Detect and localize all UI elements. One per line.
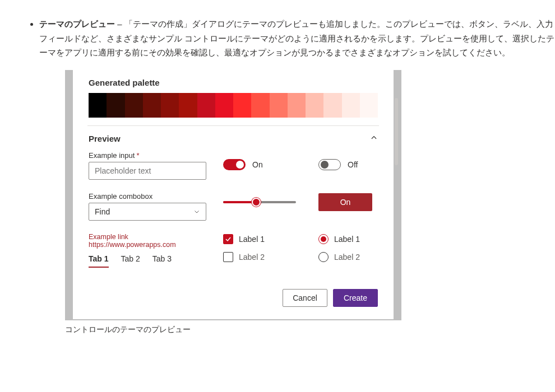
on-button[interactable]: On bbox=[318, 193, 372, 211]
checkbox-row: Label 2 bbox=[223, 252, 307, 262]
dialog-frame: Generated palette Preview Exampl bbox=[65, 70, 401, 320]
tab-3[interactable]: Tab 3 bbox=[152, 254, 172, 268]
example-combobox[interactable]: Find bbox=[89, 203, 206, 221]
radio-row: Label 1 bbox=[318, 234, 391, 244]
palette-swatch bbox=[270, 93, 288, 118]
figure-caption: コントロールのテーマのプレビュー bbox=[65, 325, 555, 335]
toggle-off[interactable] bbox=[318, 159, 341, 170]
example-combobox-field: Example combobox Find bbox=[89, 192, 212, 221]
toggle-off-row: Off bbox=[318, 151, 391, 169]
palette-swatch bbox=[342, 93, 360, 118]
radio-label: Label 1 bbox=[334, 235, 360, 244]
chevron-up-icon[interactable] bbox=[370, 134, 378, 143]
radio-label: Label 2 bbox=[334, 253, 360, 262]
generated-palette bbox=[89, 93, 378, 118]
radio[interactable] bbox=[318, 234, 329, 244]
example-input-field: Example input * bbox=[89, 151, 212, 180]
palette-swatch bbox=[215, 93, 233, 118]
tab-2[interactable]: Tab 2 bbox=[121, 254, 140, 268]
checkbox-label: Label 2 bbox=[239, 253, 265, 262]
example-input[interactable] bbox=[89, 162, 206, 180]
palette-swatch bbox=[107, 93, 124, 118]
toggle-on-row: On bbox=[223, 151, 307, 169]
checkbox-label: Label 1 bbox=[239, 235, 265, 244]
palette-swatch bbox=[360, 93, 378, 118]
toggle-on-label: On bbox=[252, 160, 263, 169]
checkbox[interactable] bbox=[223, 252, 233, 262]
toggle-on[interactable] bbox=[223, 159, 246, 170]
palette-swatch bbox=[306, 93, 323, 118]
palette-swatch bbox=[233, 93, 251, 118]
create-button[interactable]: Create bbox=[333, 289, 378, 307]
toggle-off-label: Off bbox=[348, 160, 358, 169]
radio[interactable] bbox=[318, 252, 329, 262]
required-asterisk: * bbox=[136, 151, 139, 160]
tabs: Tab 1Tab 2Tab 3 bbox=[89, 249, 212, 268]
tab-1[interactable]: Tab 1 bbox=[89, 254, 109, 268]
palette-swatch bbox=[288, 93, 306, 118]
generated-palette-label: Generated palette bbox=[89, 70, 378, 93]
palette-swatch bbox=[161, 93, 179, 118]
palette-swatch bbox=[89, 93, 107, 118]
checkbox[interactable] bbox=[223, 234, 233, 244]
palette-swatch bbox=[323, 93, 341, 118]
palette-swatch bbox=[125, 93, 143, 118]
example-combobox-label: Example combobox bbox=[89, 192, 152, 200]
example-slider[interactable] bbox=[223, 201, 296, 203]
example-combobox-value: Find bbox=[95, 207, 110, 216]
example-input-label: Example input bbox=[89, 151, 135, 160]
bullet-body: 「テーマの作成」ダイアログにテーマのプレビューも追加しました。このプレビューでは… bbox=[39, 19, 554, 57]
palette-swatch bbox=[179, 93, 197, 118]
example-link[interactable]: Example link https://www.powerapps.com bbox=[89, 233, 212, 249]
radio-row: Label 2 bbox=[318, 252, 391, 262]
chevron-down-icon bbox=[193, 208, 200, 215]
checkbox-row: Label 1 bbox=[223, 234, 307, 244]
preview-label: Preview bbox=[89, 134, 121, 143]
bullet-dash: – bbox=[117, 19, 122, 29]
palette-swatch bbox=[251, 93, 269, 118]
palette-swatch bbox=[143, 93, 161, 118]
scrollbar[interactable] bbox=[395, 76, 398, 288]
bullet-title: テーマのプレビュー bbox=[39, 19, 115, 29]
cancel-button[interactable]: Cancel bbox=[283, 289, 327, 307]
palette-swatch bbox=[197, 93, 215, 118]
